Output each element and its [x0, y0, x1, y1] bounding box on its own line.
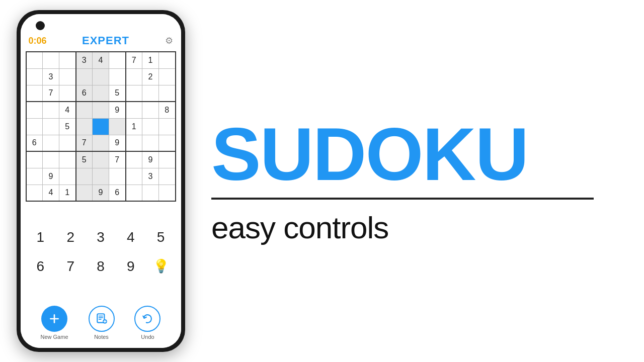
cell-8-5[interactable]: 6	[109, 185, 126, 201]
cell-3-4[interactable]	[93, 102, 109, 118]
cell-0-2[interactable]	[59, 52, 76, 68]
cell-7-4[interactable]	[93, 168, 109, 185]
cell-2-5[interactable]: 5	[109, 85, 126, 102]
num-6[interactable]: 6	[28, 254, 53, 279]
cell-8-8[interactable]	[159, 185, 176, 201]
cell-3-7[interactable]	[142, 102, 159, 118]
cell-6-4[interactable]	[93, 151, 109, 168]
new-game-icon[interactable]	[41, 306, 67, 332]
cell-5-6[interactable]	[126, 135, 142, 151]
cell-1-8[interactable]	[159, 68, 176, 85]
cell-1-3[interactable]	[76, 68, 93, 85]
num-2[interactable]: 2	[58, 225, 83, 250]
new-game-button[interactable]: New Game	[40, 306, 68, 340]
cell-7-8[interactable]	[159, 168, 176, 185]
cell-7-5[interactable]	[109, 168, 126, 185]
cell-5-3[interactable]: 7	[76, 135, 93, 151]
cell-4-5[interactable]	[109, 118, 126, 135]
cell-6-5[interactable]: 7	[109, 151, 126, 168]
num-4[interactable]: 4	[118, 225, 143, 250]
cell-6-1[interactable]	[43, 151, 59, 168]
notes-button[interactable]: Notes	[89, 306, 115, 340]
cell-1-5[interactable]	[109, 68, 126, 85]
undo-icon[interactable]	[134, 306, 160, 332]
num-5[interactable]: 5	[148, 225, 174, 250]
cell-2-3[interactable]: 6	[76, 85, 93, 102]
cell-5-0[interactable]: 6	[26, 135, 43, 151]
cell-4-8[interactable]	[159, 118, 176, 135]
cell-1-7[interactable]: 2	[142, 68, 159, 85]
cell-3-5[interactable]: 9	[109, 102, 126, 118]
num-8[interactable]: 8	[88, 254, 113, 279]
undo-button[interactable]: Undo	[134, 306, 160, 340]
cell-1-0[interactable]	[26, 68, 43, 85]
cell-8-6[interactable]	[126, 185, 142, 201]
cell-3-1[interactable]	[43, 102, 59, 118]
cell-5-2[interactable]	[59, 135, 76, 151]
cell-1-6[interactable]	[126, 68, 142, 85]
cell-3-2[interactable]: 4	[59, 102, 76, 118]
cell-2-4[interactable]	[93, 85, 109, 102]
cell-3-6[interactable]	[126, 102, 142, 118]
cell-2-0[interactable]	[26, 85, 43, 102]
cell-5-8[interactable]	[159, 135, 176, 151]
cell-0-1[interactable]	[43, 52, 59, 68]
cell-1-2[interactable]	[59, 68, 76, 85]
cell-0-6[interactable]: 7	[126, 52, 142, 68]
settings-icon[interactable]: ⚙	[165, 35, 173, 46]
cell-3-3[interactable]	[76, 102, 93, 118]
cell-1-1[interactable]: 3	[43, 68, 59, 85]
cell-7-6[interactable]	[126, 168, 142, 185]
cell-4-1[interactable]	[43, 118, 59, 135]
cell-6-7[interactable]: 9	[142, 151, 159, 168]
cell-3-0[interactable]	[26, 102, 43, 118]
cell-4-2[interactable]: 5	[59, 118, 76, 135]
cell-5-5[interactable]: 9	[109, 135, 126, 151]
notes-icon[interactable]	[89, 306, 115, 332]
cell-5-1[interactable]	[43, 135, 59, 151]
cell-7-0[interactable]	[26, 168, 43, 185]
cell-0-4[interactable]: 4	[93, 52, 109, 68]
cell-2-2[interactable]	[59, 85, 76, 102]
num-9[interactable]: 9	[118, 254, 143, 279]
cell-6-6[interactable]	[126, 151, 142, 168]
cell-4-0[interactable]	[26, 118, 43, 135]
cell-3-8[interactable]: 8	[159, 102, 176, 118]
cell-8-2[interactable]: 1	[59, 185, 76, 201]
cell-5-4[interactable]	[93, 135, 109, 151]
cell-4-7[interactable]	[142, 118, 159, 135]
cell-0-8[interactable]	[159, 52, 176, 68]
cell-8-0[interactable]	[26, 185, 43, 201]
cell-6-3[interactable]: 5	[76, 151, 93, 168]
sudoku-table[interactable]: 34713276549851679579934196	[26, 51, 176, 202]
cell-2-1[interactable]: 7	[43, 85, 59, 102]
cell-6-8[interactable]	[159, 151, 176, 168]
cell-8-3[interactable]	[76, 185, 93, 201]
cell-8-4[interactable]: 9	[93, 185, 109, 201]
sudoku-grid[interactable]: 34713276549851679579934196	[26, 51, 176, 202]
cell-0-5[interactable]	[109, 52, 126, 68]
cell-0-7[interactable]: 1	[142, 52, 159, 68]
num-1[interactable]: 1	[28, 225, 53, 250]
num-7[interactable]: 7	[58, 254, 83, 279]
cell-0-3[interactable]: 3	[76, 52, 93, 68]
cell-0-0[interactable]	[26, 52, 43, 68]
cell-7-3[interactable]	[76, 168, 93, 185]
cell-2-8[interactable]	[159, 85, 176, 102]
cell-2-7[interactable]	[142, 85, 159, 102]
cell-7-1[interactable]: 9	[43, 168, 59, 185]
cell-8-1[interactable]: 4	[43, 185, 59, 201]
hint-button[interactable]: 💡	[148, 254, 174, 279]
cell-4-3[interactable]	[76, 118, 93, 135]
cell-1-4[interactable]	[93, 68, 109, 85]
cell-4-6[interactable]: 1	[126, 118, 142, 135]
cell-6-2[interactable]	[59, 151, 76, 168]
cell-7-2[interactable]	[59, 168, 76, 185]
cell-4-4[interactable]	[93, 118, 109, 135]
cell-8-7[interactable]	[142, 185, 159, 201]
cell-2-6[interactable]	[126, 85, 142, 102]
num-3[interactable]: 3	[88, 225, 113, 250]
cell-5-7[interactable]	[142, 135, 159, 151]
cell-7-7[interactable]: 3	[142, 168, 159, 185]
cell-6-0[interactable]	[26, 151, 43, 168]
